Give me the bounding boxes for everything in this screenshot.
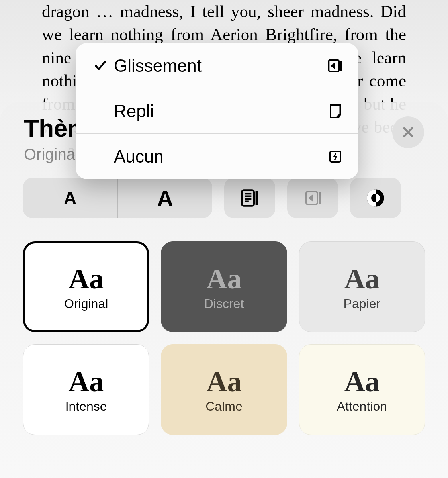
popup-item-repli[interactable]: Repli xyxy=(76,88,358,134)
themes-grid: Aa Original Aa Discret Aa Papier Aa Inte… xyxy=(0,218,448,458)
layout-button[interactable] xyxy=(224,178,275,218)
checkmark-icon xyxy=(90,59,111,72)
page-curl-icon xyxy=(327,103,344,120)
theme-calme[interactable]: Aa Calme xyxy=(161,344,287,435)
page-turn-popup: Glissement Repli Aucun xyxy=(76,43,358,179)
contrast-icon xyxy=(364,186,387,210)
theme-discret[interactable]: Aa Discret xyxy=(161,241,287,332)
theme-label: Calme xyxy=(205,399,242,414)
popup-label: Aucun xyxy=(114,147,327,167)
popup-item-glissement[interactable]: Glissement xyxy=(76,43,358,88)
instant-icon xyxy=(327,149,344,165)
theme-sample-icon: Aa xyxy=(206,365,241,398)
theme-intense[interactable]: Aa Intense xyxy=(23,344,149,435)
close-button[interactable] xyxy=(392,116,424,148)
theme-sample-icon: Aa xyxy=(206,263,241,296)
theme-label: Papier xyxy=(344,296,381,311)
large-a-icon: A xyxy=(157,185,173,211)
theme-sample-icon: Aa xyxy=(68,263,104,296)
font-size-group: A A xyxy=(23,178,212,218)
contrast-button[interactable] xyxy=(350,178,401,218)
page-turn-button[interactable] xyxy=(287,178,338,218)
theme-label: Intense xyxy=(65,399,107,414)
theme-sample-icon: Aa xyxy=(68,365,104,398)
layout-icon xyxy=(239,188,260,208)
small-a-icon: A xyxy=(64,188,76,208)
font-larger-button[interactable]: A xyxy=(118,178,213,218)
theme-original[interactable]: Aa Original xyxy=(23,241,149,332)
popup-label: Glissement xyxy=(114,56,327,76)
theme-papier[interactable]: Aa Papier xyxy=(299,241,425,332)
toolbar: A A xyxy=(0,178,448,218)
page-turn-icon xyxy=(303,188,322,208)
theme-sample-icon: Aa xyxy=(344,263,380,296)
font-smaller-button[interactable]: A xyxy=(23,178,118,218)
popup-item-aucun[interactable]: Aucun xyxy=(76,134,358,179)
theme-label: Original xyxy=(64,296,108,311)
theme-label: Attention xyxy=(337,399,387,414)
close-icon xyxy=(401,125,415,139)
theme-attention[interactable]: Aa Attention xyxy=(299,344,425,435)
theme-label: Discret xyxy=(204,296,244,311)
popup-label: Repli xyxy=(114,101,327,121)
slide-left-icon xyxy=(327,57,344,75)
theme-sample-icon: Aa xyxy=(344,365,380,398)
